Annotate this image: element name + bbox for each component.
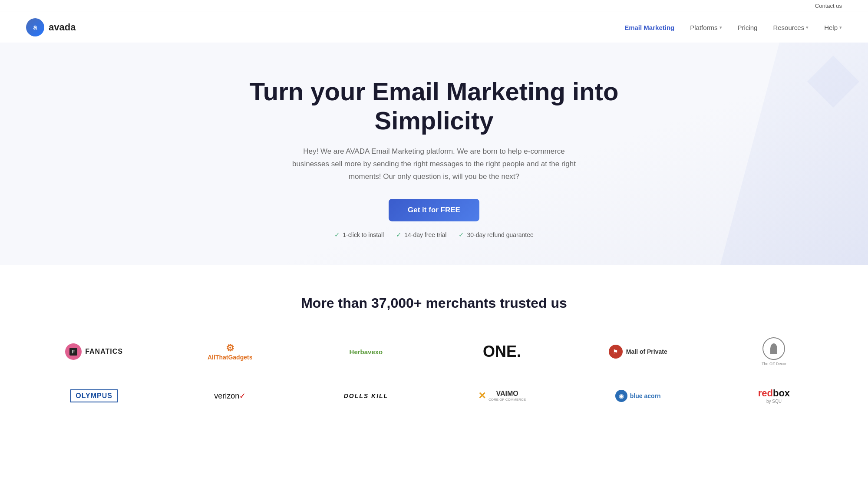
hero-title: Turn your Email Marketing into Simplicit… bbox=[248, 77, 621, 135]
hero-section: Turn your Email Marketing into Simplicit… bbox=[0, 43, 868, 265]
brand-olympus: OLYMPUS bbox=[26, 385, 162, 407]
brand-mall-of-private: ⚑ Mall of Private bbox=[570, 340, 706, 363]
nav-pricing[interactable]: Pricing bbox=[738, 24, 758, 31]
fanatics-heart-icon: F bbox=[65, 343, 82, 360]
nav-email-marketing[interactable]: Email Marketing bbox=[624, 24, 674, 31]
badge-refund: ✓ 30-day refund guarantee bbox=[459, 231, 533, 239]
brand-atg: ⚙ AllThatGadgets bbox=[162, 338, 298, 365]
logo-icon: a bbox=[26, 18, 44, 36]
vaimo-x-icon: ✕ bbox=[478, 390, 486, 402]
one-label: ONE. bbox=[483, 343, 521, 360]
fanatics-label: FANATICS bbox=[85, 348, 123, 356]
verizon-label: verizon bbox=[214, 392, 239, 400]
hero-subtitle: Hey! We are AVADA Email Marketing platfo… bbox=[287, 145, 582, 183]
merchants-row-1: F FANATICS ⚙ AllThatGadgets Herbavexo ON… bbox=[26, 333, 842, 370]
vaimo-label: VAIMO bbox=[496, 390, 518, 397]
nav-platforms[interactable]: Platforms ▾ bbox=[690, 24, 722, 31]
ozdecor-label: The OZ Decor bbox=[762, 362, 786, 366]
logo-text: avada bbox=[49, 22, 76, 33]
brand-fanatics: F FANATICS bbox=[26, 339, 162, 364]
brand-dolls-kill: DOLLS KILL bbox=[298, 388, 434, 404]
atg-icon: ⚙ bbox=[208, 343, 252, 354]
brand-verizon: verizon✓ bbox=[162, 387, 298, 405]
hero-badges: ✓ 1-click to install ✓ 14-day free trial… bbox=[17, 231, 851, 239]
check-refund-icon: ✓ bbox=[459, 231, 464, 239]
redbox-box-label: box bbox=[773, 388, 790, 399]
help-chevron: ▾ bbox=[839, 25, 842, 30]
merchants-row-2: OLYMPUS verizon✓ DOLLS KILL ✕ VAIMO CORE… bbox=[26, 383, 842, 408]
platforms-chevron: ▾ bbox=[719, 25, 722, 30]
merchants-section: More than 37,000+ merchants trusted us F… bbox=[0, 265, 868, 438]
vaimo-text-block: VAIMO CORE OF COMMERCE bbox=[488, 390, 526, 402]
blueacorn-label: blue acorn bbox=[630, 392, 661, 399]
brand-one: ONE. bbox=[434, 338, 570, 365]
badge-install: ✓ 1-click to install bbox=[334, 231, 384, 239]
mall-label: Mall of Private bbox=[626, 348, 667, 355]
main-header: a avada Email Marketing Platforms ▾ Pric… bbox=[0, 12, 868, 43]
blueacorn-icon: ◉ bbox=[615, 390, 627, 402]
check-trial-icon: ✓ bbox=[396, 231, 402, 239]
redbox-sub: by SQU bbox=[758, 399, 790, 404]
fanatics-f-icon: F bbox=[69, 348, 77, 356]
brand-vaimo: ✕ VAIMO CORE OF COMMERCE bbox=[434, 385, 570, 406]
nav-resources[interactable]: Resources ▾ bbox=[773, 24, 809, 31]
vaimo-sub: CORE OF COMMERCE bbox=[488, 398, 526, 402]
brand-oz-decor: The OZ Decor bbox=[706, 333, 842, 370]
ozdecor-lamp-icon bbox=[770, 343, 777, 354]
header-top-bar: Contact us bbox=[0, 0, 868, 12]
verizon-checkmark-icon: ✓ bbox=[239, 392, 246, 400]
main-nav: Email Marketing Platforms ▾ Pricing Reso… bbox=[624, 24, 842, 31]
ozdecor-circle-icon bbox=[762, 337, 785, 360]
nav-help[interactable]: Help ▾ bbox=[824, 24, 842, 31]
brand-herbavex: Herbavexo bbox=[298, 344, 434, 360]
redbox-label: red bbox=[758, 388, 773, 399]
atg-label: AllThatGadgets bbox=[208, 354, 252, 361]
cta-button[interactable]: Get it for FREE bbox=[389, 199, 479, 221]
mall-icon: ⚑ bbox=[609, 345, 623, 359]
badge-trial: ✓ 14-day free trial bbox=[396, 231, 446, 239]
resources-chevron: ▾ bbox=[806, 25, 809, 30]
brand-redbox: redbox by SQU bbox=[706, 383, 842, 408]
brand-blue-acorn: ◉ blue acorn bbox=[570, 385, 706, 406]
dollskill-label: DOLLS KILL bbox=[344, 392, 388, 399]
contact-us-link[interactable]: Contact us bbox=[815, 3, 842, 9]
merchants-heading: More than 37,000+ merchants trusted us bbox=[26, 295, 842, 311]
logo-link[interactable]: a avada bbox=[26, 18, 76, 36]
olympus-label: OLYMPUS bbox=[76, 392, 112, 399]
check-install-icon: ✓ bbox=[334, 231, 340, 239]
herbavex-label: Herbavexo bbox=[350, 348, 383, 356]
